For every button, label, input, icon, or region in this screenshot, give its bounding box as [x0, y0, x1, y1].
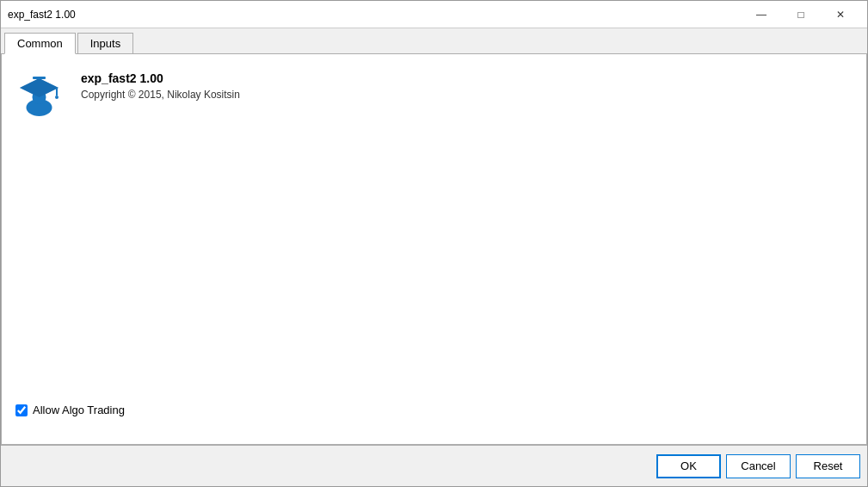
title-bar: exp_fast2 1.00 — □ ✕ — [1, 1, 867, 28]
tab-inputs-label: Inputs — [90, 37, 120, 50]
window-controls: — □ ✕ — [742, 1, 860, 28]
ok-button[interactable]: OK — [656, 454, 721, 478]
expert-icon — [15, 71, 67, 123]
tab-inputs[interactable]: Inputs — [77, 33, 133, 54]
content-area: exp_fast2 1.00 Copyright © 2015, Nikolay… — [1, 54, 867, 445]
window-title: exp_fast2 1.00 — [8, 9, 76, 21]
expert-avatar-svg — [15, 71, 63, 119]
svg-marker-3 — [20, 78, 58, 97]
cancel-button[interactable]: Cancel — [726, 454, 791, 478]
close-button[interactable]: ✕ — [821, 1, 860, 28]
maximize-button[interactable]: □ — [781, 1, 821, 28]
footer: OK Cancel Reset — [1, 445, 867, 486]
expert-copyright: Copyright © 2015, Nikolay Kositsin — [81, 89, 240, 101]
tab-common[interactable]: Common — [4, 33, 76, 54]
expert-name: exp_fast2 1.00 — [81, 71, 240, 85]
allow-algo-trading-checkbox[interactable] — [15, 404, 28, 416]
expert-details: exp_fast2 1.00 Copyright © 2015, Nikolay… — [81, 71, 240, 101]
expert-info: exp_fast2 1.00 Copyright © 2015, Nikolay… — [15, 71, 853, 123]
svg-point-6 — [55, 96, 58, 99]
content-spacer — [15, 123, 853, 404]
tab-common-label: Common — [17, 37, 63, 50]
minimize-button[interactable]: — — [742, 1, 781, 28]
tab-bar: Common Inputs — [1, 28, 867, 54]
reset-button[interactable]: Reset — [796, 454, 860, 478]
allow-algo-trading-area: Allow Algo Trading — [15, 404, 853, 416]
main-window: exp_fast2 1.00 — □ ✕ Common Inputs — [0, 0, 868, 487]
allow-algo-trading-label[interactable]: Allow Algo Trading — [33, 404, 125, 416]
svg-rect-4 — [33, 77, 46, 79]
